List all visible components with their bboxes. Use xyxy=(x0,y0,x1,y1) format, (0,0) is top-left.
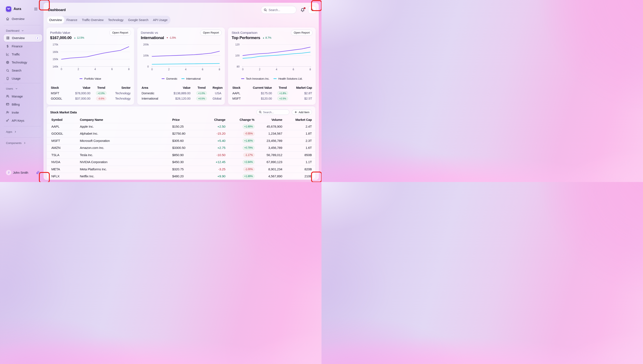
table-cell: NFLX xyxy=(52,174,80,178)
sidebar-item-api-keys[interactable]: API Keys xyxy=(6,116,40,124)
sidebar-item-label: Invite xyxy=(12,111,19,114)
sidebar-item-label: Billing xyxy=(12,102,20,106)
table-cell: 1.1T xyxy=(282,160,312,164)
table-cell: +2.75 xyxy=(204,146,226,150)
svg-text:0: 0 xyxy=(151,68,153,71)
search-placeholder: Search... xyxy=(269,8,280,12)
table-cell: $150.25 xyxy=(172,125,204,128)
legend-item: Health Solutions Ltd. xyxy=(274,77,302,80)
table-cell: Amazon.com Inc. xyxy=(80,146,172,150)
column-header: Market Cap xyxy=(282,118,312,122)
sidebar-item-usage[interactable]: Usage xyxy=(6,74,40,82)
mini-table-header: StockValueTrendSector xyxy=(51,85,131,90)
sidebar-toggle-button[interactable] xyxy=(34,7,38,11)
legend-label: International xyxy=(186,77,201,80)
table-cell: +1.89% xyxy=(226,174,255,178)
column-header: Change xyxy=(204,118,226,122)
sidebar-section-users[interactable]: Users xyxy=(6,85,40,92)
sidebar-item-overview[interactable]: Overview 2 xyxy=(4,34,42,42)
stat-card-top-performers: Stock Comparison Open Report Top Perform… xyxy=(228,28,316,105)
table-cell: $480.20 xyxy=(172,174,204,178)
mini-column-header: Trend xyxy=(272,86,294,90)
mini-table-cell: $28,120.00 xyxy=(164,97,190,100)
svg-text:6: 6 xyxy=(293,68,294,71)
sidebar-section-apps[interactable]: Apps xyxy=(6,128,40,136)
table-row[interactable]: TSLATesla Inc.$850.90-10.50-1.17%56,789,… xyxy=(47,152,315,159)
sidebar-item-search[interactable]: Search xyxy=(6,66,40,74)
change-percent-chip: +1.89% xyxy=(243,174,254,178)
sidebar-item-label: API Keys xyxy=(12,119,24,122)
mini-column-header: Trend xyxy=(90,86,112,90)
table-row[interactable]: GOOGLAlphabet Inc.$2750.80-15.20-0.55%1,… xyxy=(47,130,315,137)
table-cell: -0.55% xyxy=(226,132,255,136)
mini-table-row: GOOGL$37,000.00-0.5%Technology xyxy=(51,96,131,101)
svg-text:8: 8 xyxy=(310,68,311,71)
table-cell: AMZN xyxy=(52,146,80,150)
open-report-button[interactable]: Open Report xyxy=(291,30,313,36)
sidebar-item-label: Overview xyxy=(12,17,25,20)
mini-table-row: Domestic$138,889.00+1.0%USA xyxy=(142,90,221,96)
sidebar-item-label: Search xyxy=(12,68,21,72)
sidebar-item-finance[interactable]: Finance xyxy=(6,42,40,50)
table-cell: +12.45 xyxy=(204,160,226,164)
table-search-input[interactable]: Search... xyxy=(257,109,289,115)
tab-finance[interactable]: Finance xyxy=(64,16,80,24)
tab-google-search[interactable]: Google Search xyxy=(126,16,150,24)
sidebar-item-label: Usage xyxy=(12,77,21,80)
tab-overview[interactable]: Overview xyxy=(47,16,64,24)
table-row[interactable]: AAPLApple Inc.$150.25+2.50+1.69%45,678,9… xyxy=(47,123,315,130)
mini-table-header: AreaValueTrendRegion xyxy=(142,85,221,90)
trend-indicator: ▲8.7% xyxy=(263,36,271,39)
tab-traffic-overview[interactable]: Traffic Overview xyxy=(80,16,106,24)
mini-column-header: Stock xyxy=(51,86,68,90)
app-logo-icon[interactable] xyxy=(6,6,11,12)
sidebar-item-overview-top[interactable]: Overview xyxy=(6,15,40,23)
mini-table-cell: $120.00 xyxy=(250,97,272,100)
legend-item: Tech Innovators Inc. xyxy=(241,77,269,80)
table-cell: $2750.80 xyxy=(172,132,204,136)
sidebar-item-technology[interactable]: Technology xyxy=(6,58,40,66)
stat-card-table: StockValueTrendSectorMSFT$78,000.00+2.0%… xyxy=(50,85,131,101)
table-row[interactable]: METAMeta Platforms Inc.$320.75-3.25-1.00… xyxy=(47,166,315,173)
sidebar-item-manage[interactable]: Manage xyxy=(6,92,40,100)
user-profile[interactable]: J John Smith xyxy=(6,170,40,175)
svg-text:200k: 200k xyxy=(143,43,149,46)
mini-column-header: Current Value xyxy=(250,86,272,90)
table-row[interactable]: MSFTMicrosoft Corporation$305.60+5.40+1.… xyxy=(47,137,315,144)
notifications-button[interactable] xyxy=(300,8,305,12)
mini-column-header: Market Cap xyxy=(294,86,312,90)
chart-legend: DomesticInternational xyxy=(141,77,221,80)
sidebar-section-dashboard[interactable]: Dashboard xyxy=(6,27,40,34)
table-cell: 2.3T xyxy=(282,139,312,143)
mini-table-header: StockCurrent ValueTrendMarket Cap xyxy=(233,85,312,90)
mini-column-header: Value xyxy=(68,86,90,90)
table-cell: 1.6T xyxy=(282,146,312,150)
add-item-button[interactable]: Add Item xyxy=(292,109,312,115)
change-percent-chip: -1.17% xyxy=(243,153,254,157)
table-cell: Netflix Inc. xyxy=(80,174,172,178)
sidebar-item-traffic[interactable]: Traffic xyxy=(6,50,40,58)
table-row[interactable]: NVDANVIDIA Corporation$450.30+12.45+2.84… xyxy=(47,158,315,166)
svg-text:6: 6 xyxy=(111,68,113,71)
sidebar-item-invite[interactable]: Invite xyxy=(6,108,40,116)
mini-column-header: Sector xyxy=(112,86,131,90)
sidebar-section-components[interactable]: Components xyxy=(6,140,40,147)
open-report-button[interactable]: Open Report xyxy=(109,30,131,36)
svg-text:100: 100 xyxy=(235,54,240,57)
table-row[interactable]: AMZNAmazon.com Inc.$3300.50+2.75+0.79%3,… xyxy=(47,144,315,152)
key-icon xyxy=(6,119,9,122)
svg-text:80: 80 xyxy=(237,65,240,68)
header-search-input[interactable]: Search... xyxy=(261,6,297,14)
legend-item: Domestic xyxy=(162,77,177,80)
tab-api-usage[interactable]: API Usage xyxy=(150,16,170,24)
table-cell: Microsoft Corporation xyxy=(80,139,172,143)
mini-table-row: AAPL$175.00+1.8%$2.8T xyxy=(233,90,312,96)
open-report-button[interactable]: Open Report xyxy=(200,30,222,36)
tab-technology[interactable]: Technology xyxy=(106,16,126,24)
sidebar-item-label: Technology xyxy=(12,60,27,64)
sidebar-item-billing[interactable]: Billing xyxy=(6,100,40,108)
column-header: Volume xyxy=(255,118,282,122)
add-item-label: Add Item xyxy=(299,111,309,114)
table-row[interactable]: NFLXNetflix Inc.$480.20+9.90+1.89%4,567,… xyxy=(47,173,315,179)
mini-table-cell: International xyxy=(142,97,164,100)
